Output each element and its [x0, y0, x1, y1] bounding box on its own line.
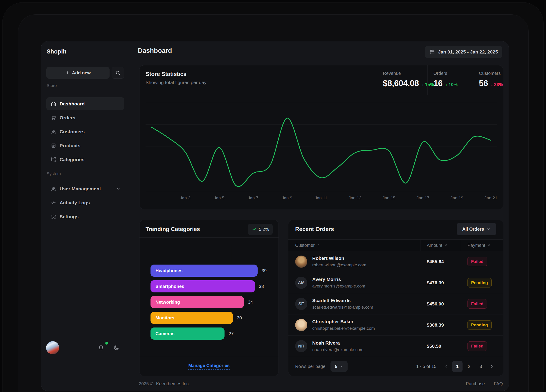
users-icon	[51, 186, 56, 191]
date-range-button[interactable]: Jan 01, 2025 - Jan 22, 2025	[425, 46, 502, 58]
search-button[interactable]	[112, 67, 124, 79]
add-new-label: Add new	[72, 70, 91, 76]
customer-name: Avery Morris	[312, 277, 365, 282]
company-name: Keenthemes Inc.	[156, 381, 190, 386]
sidebar-item-label: Dashboard	[60, 101, 85, 107]
manage-categories-link[interactable]: Manage Categories	[188, 363, 230, 370]
table-row[interactable]: NR Noah Rivera noah.rivera@example.com $…	[288, 335, 503, 357]
sidebar-actions: Add new	[46, 67, 124, 79]
customer-name: Scarlett Edwards	[312, 298, 373, 303]
copyright: 2025 ©	[139, 381, 153, 386]
x-axis-label: Jan 9	[282, 196, 292, 201]
column-header-amount[interactable]: Amount	[421, 240, 460, 251]
sidebar-item[interactable]: User Management	[46, 182, 124, 195]
stat-label: Customers	[479, 71, 503, 76]
sidebar-item[interactable]: Customers	[46, 125, 124, 138]
sidebar-section-store: Store	[46, 83, 57, 88]
faq-link[interactable]: FAQ	[494, 381, 503, 386]
stat-value: 56	[479, 79, 488, 88]
customer-email: avery.morris@example.com	[312, 284, 365, 289]
table-row[interactable]: SE Scarlett Edwards scarlett.edwards@exa…	[288, 293, 503, 315]
calendar-icon	[429, 49, 435, 55]
chevron-down-icon	[116, 187, 121, 191]
page-button[interactable]: 1	[452, 361, 462, 372]
stat-value: 16	[434, 79, 442, 88]
category-bar: Cameras	[150, 328, 225, 340]
rows-per-page-select[interactable]: 5	[331, 361, 348, 372]
order-amount: $476.39	[421, 280, 460, 285]
customer-name: Noah Rivera	[312, 340, 363, 346]
next-page-button[interactable]	[487, 361, 496, 372]
purchase-link[interactable]: Purchase	[466, 381, 485, 386]
trending-categories-card: Trending Categories 5.2% Headphones39Sma…	[139, 220, 279, 376]
x-axis-label: Jan 21	[484, 196, 497, 201]
sidebar-item-label: Orders	[60, 115, 75, 120]
stats-summary: Revenue $8,604.08 ↑ 15% Orders	[377, 65, 503, 95]
stat: Orders 16 ↑ 10%	[428, 65, 473, 95]
x-axis-label: Jan 3	[180, 196, 190, 201]
notification-dot	[105, 342, 108, 345]
trend-arrow-icon: ↑	[445, 82, 448, 87]
category-value: 27	[228, 331, 234, 336]
pagination: 1 - 5 of 15 123	[416, 361, 496, 372]
customer-name: Christopher Baker	[312, 319, 375, 324]
sidebar: Shoplit Add new Store Dashboard	[41, 41, 130, 391]
avatar	[295, 319, 307, 331]
customer-email: noah.rivera@example.com	[312, 347, 363, 352]
sidebar-item[interactable]: Dashboard	[46, 97, 124, 110]
home-icon	[51, 101, 56, 107]
date-range-label: Jan 01, 2025 - Jan 22, 2025	[438, 49, 498, 55]
plus-icon	[65, 70, 70, 75]
trending-header: Trending Categories 5.2%	[139, 220, 279, 238]
orders-filter-select[interactable]: All Orders	[457, 223, 496, 235]
bell-icon[interactable]	[98, 345, 104, 351]
revenue-line-chart: Jan 3Jan 5Jan 7Jan 9Jan 11Jan 13Jan 15Ja…	[139, 95, 503, 209]
column-header-payment[interactable]: Payment	[460, 240, 503, 251]
trend-arrow-icon: ↓	[491, 82, 493, 87]
status-badge: Pending	[468, 278, 492, 287]
chevron-down-icon	[487, 227, 491, 231]
category-bar: Networking	[150, 296, 244, 308]
stat-delta-value: 10%	[448, 82, 458, 87]
sidebar-item[interactable]: Activity Logs	[46, 196, 124, 209]
table-row[interactable]: Christopher Baker christopher.baker@exam…	[288, 315, 503, 335]
customer-name: Robert Wilson	[312, 256, 366, 261]
previous-page-button[interactable]	[442, 361, 451, 372]
sidebar-item-label: Products	[60, 143, 81, 148]
sidebar-menu-store: Dashboard Orders Customers Products	[46, 97, 124, 166]
sidebar-item[interactable]: Settings	[46, 210, 124, 223]
user-avatar[interactable]	[46, 341, 59, 354]
stat-label: Orders	[434, 71, 473, 76]
brand-logo[interactable]: Shoplit	[46, 48, 66, 55]
table-row[interactable]: AM Avery Morris avery.morris@example.com…	[288, 272, 503, 293]
store-statistics-header: Store Statistics Showing total figures p…	[139, 65, 503, 95]
table-footer: Rows per page 5 1 - 5 of 15 123	[288, 357, 503, 376]
x-axis-label: Jan 19	[450, 196, 463, 201]
page-button[interactable]: 3	[476, 361, 486, 372]
rows-per-page-value: 5	[335, 364, 337, 369]
x-axis-label: Jan 15	[383, 196, 395, 201]
page-button[interactable]: 2	[464, 361, 474, 372]
sidebar-item[interactable]: Products	[46, 139, 124, 152]
tree-icon	[51, 157, 56, 162]
sidebar-item[interactable]: Orders	[46, 111, 124, 124]
status-badge: Failed	[468, 341, 487, 351]
column-header-customer[interactable]: Customer	[288, 240, 421, 251]
store-statistics-card: Store Statistics Showing total figures p…	[139, 65, 503, 209]
category-label: Monitors	[156, 315, 174, 321]
add-new-button[interactable]: Add new	[46, 67, 110, 79]
growth-badge: 5.2%	[248, 224, 273, 235]
category-label: Smartphones	[156, 284, 184, 289]
app-footer: 2025 © Keenthemes Inc. Purchase FAQ	[139, 381, 503, 386]
table-row[interactable]: Robert Wilson robert.wilson@example.com …	[288, 251, 503, 272]
page-buttons: 123	[452, 361, 486, 372]
customer-email: robert.wilson@example.com	[312, 263, 366, 267]
trending-up-icon	[252, 227, 256, 232]
pagination-range: 1 - 5 of 15	[416, 364, 436, 369]
sidebar-item[interactable]: Categories	[46, 153, 124, 166]
sort-icon	[444, 243, 448, 247]
page-title: Dashboard	[138, 47, 172, 54]
sort-icon	[317, 243, 320, 247]
order-amount: $50.50	[421, 343, 460, 349]
moon-icon[interactable]	[113, 345, 119, 351]
